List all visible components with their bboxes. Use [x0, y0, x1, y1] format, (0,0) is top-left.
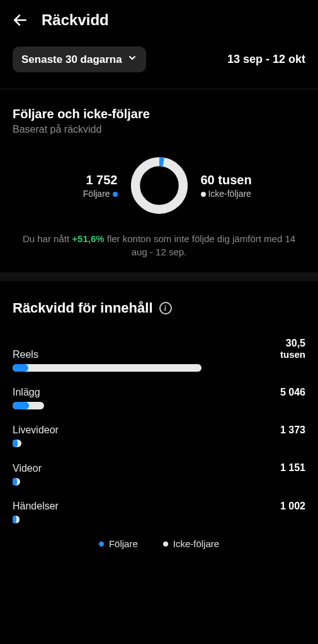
audience-subtitle: Baserat på räckvidd [13, 124, 305, 135]
legend-followers: Följare [99, 538, 138, 549]
section-divider [0, 272, 318, 281]
filter-row: Senaste 30 dagarna 13 sep - 12 okt [0, 40, 318, 89]
bar-seg-followers [13, 402, 29, 409]
header: Räckvidd [0, 0, 318, 40]
svg-point-2 [135, 162, 183, 209]
bar-seg-nonfollowers [13, 364, 202, 372]
delta-value: +51,6% [72, 233, 104, 244]
chart-legend: Följare Icke-följare [13, 538, 305, 549]
audience-title: Följare och icke-följare [13, 107, 305, 121]
bar-row-reels: Reels 30,5 tusen [13, 338, 305, 372]
content-reach-title: Räckvidd för innehåll [13, 300, 153, 316]
bar-value: 1 151 [280, 462, 305, 474]
nonfollowers-label: Icke-följare [201, 189, 276, 199]
bar-label: Händelser [13, 501, 59, 512]
bar-label: Reels [13, 349, 38, 360]
nonfollowers-stat: 60 tusen Icke-följare [201, 173, 276, 199]
page-title: Räckvidd [42, 11, 109, 29]
bar-track [13, 516, 214, 523]
content-reach-title-row: Räckvidd för innehåll i [13, 300, 305, 316]
dot-blue-icon [99, 541, 104, 547]
back-button[interactable] [11, 11, 29, 29]
bar-value: 1 373 [280, 425, 305, 436]
content-reach-section: Räckvidd för innehåll i Reels 30,5 tusen… [0, 281, 318, 555]
bar-row-inlagg: Inlägg 5 046 [13, 387, 305, 409]
nonfollowers-value: 60 tusen [201, 173, 276, 187]
bar-track [13, 402, 214, 409]
date-range-label: 13 sep - 12 okt [227, 53, 305, 66]
bar-label: Livevideor [13, 425, 59, 436]
bar-label: Videor [13, 463, 42, 474]
donut-chart [128, 154, 191, 217]
bar-seg-followers [13, 440, 18, 447]
bar-value: 30,5 tusen [280, 338, 305, 360]
bar-track [13, 440, 214, 447]
dot-white-icon [201, 192, 206, 197]
bar-label: Inlägg [13, 387, 40, 398]
info-icon[interactable]: i [159, 302, 172, 314]
arrow-left-icon [12, 12, 28, 28]
audience-section: Följare och icke-följare Baserat på räck… [0, 89, 318, 272]
bar-row-livevideor: Livevideor 1 373 [13, 425, 305, 447]
donut-chart-area: 1 752 Följare 60 tusen Icke-följare [13, 154, 305, 217]
bar-track [13, 478, 214, 486]
bar-value: 5 046 [280, 387, 305, 398]
bar-seg-followers [13, 364, 28, 372]
bar-row-videor: Videor 1 151 [13, 462, 305, 485]
bar-seg-followers [13, 516, 16, 523]
date-filter-label: Senaste 30 dagarna [21, 53, 122, 66]
followers-stat: 1 752 Följare [42, 173, 118, 199]
content-reach-bars: Reels 30,5 tusen Inlägg 5 046 [13, 338, 305, 523]
audience-note: Du har nått +51,6% fler konton som inte … [13, 232, 305, 258]
bar-value: 1 002 [280, 501, 305, 512]
followers-label: Följare [42, 189, 118, 199]
bar-track [13, 364, 214, 372]
bar-row-handelser: Händelser 1 002 [13, 501, 305, 523]
date-filter-chip[interactable]: Senaste 30 dagarna [13, 47, 146, 72]
dot-blue-icon [113, 192, 118, 197]
dot-white-icon [163, 541, 168, 547]
bar-seg-followers [13, 478, 17, 486]
followers-value: 1 752 [42, 173, 118, 187]
legend-nonfollowers: Icke-följare [163, 538, 219, 549]
chevron-down-icon [127, 53, 137, 66]
